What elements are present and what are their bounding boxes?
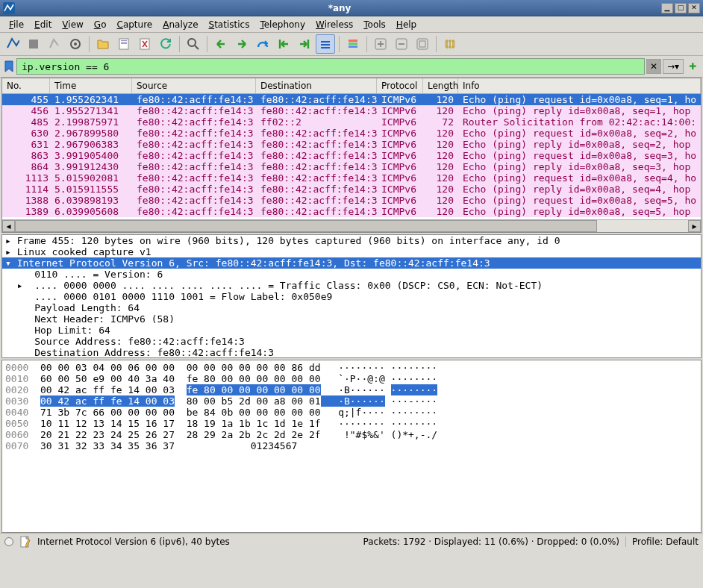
colorize-button[interactable] [343,34,363,54]
scroll-right-arrow[interactable]: ▸ [688,220,701,232]
packet-bytes[interactable]: 0000 00 00 03 04 00 06 00 00 00 00 00 00… [1,360,702,533]
capture-file-properties-icon[interactable] [19,536,31,548]
col-header-info[interactable]: Info [458,78,701,93]
capture-options-button[interactable] [66,34,85,54]
packet-list-header[interactable]: No. Time Source Destination Protocol Len… [2,78,701,94]
svg-rect-15 [349,46,357,48]
col-header-protocol[interactable]: Protocol [377,78,423,93]
packet-row[interactable]: 8643.991912430fe80::42:acff:fe14:3fe80::… [2,161,701,172]
menu-view[interactable]: View [57,18,87,31]
detail-row[interactable]: Hop Limit: 64 [2,325,701,336]
menu-edit[interactable]: Edit [30,18,56,31]
scroll-thumb[interactable] [15,220,597,232]
detail-row[interactable]: ▸ Linux cooked capture v1 [2,246,701,257]
detail-row[interactable]: 0110 .... = Version: 6 [2,269,701,280]
packet-row[interactable]: 11135.015902081fe80::42:acff:fe14:3fe80:… [2,172,701,184]
svg-rect-13 [349,40,357,42]
menu-tools[interactable]: Tools [359,18,390,31]
detail-row[interactable]: .... 0000 0101 0000 1110 1001 = Flow Lab… [2,291,701,302]
expert-info-icon[interactable] [4,537,13,546]
menu-file[interactable]: File [4,18,28,31]
svg-point-9 [188,39,196,46]
open-file-button[interactable] [93,34,113,54]
menu-capture[interactable]: Capture [112,18,157,31]
hex-row[interactable]: 0050 10 11 12 13 14 15 16 17 18 19 1a 1b… [5,418,698,429]
menubar: FileEditViewGoCaptureAnalyzeStatisticsTe… [0,16,703,33]
go-back-button[interactable] [211,34,231,54]
status-profile[interactable]: Profile: Default [625,537,699,547]
menu-help[interactable]: Help [392,18,421,31]
packet-list[interactable]: No. Time Source Destination Protocol Len… [1,78,702,233]
go-last-button[interactable] [295,34,314,54]
packet-row[interactable]: 4852.199875971fe80::42:acff:fe14:3ff02::… [2,116,701,128]
col-header-length[interactable]: Length [423,78,458,93]
maximize-button[interactable]: □ [675,3,687,13]
col-header-no[interactable]: No. [2,78,50,93]
go-forward-button[interactable] [232,34,251,54]
zoom-reset-button[interactable] [413,34,432,54]
hex-row[interactable]: 0030 00 42 ac ff fe 14 00 03 80 00 b5 2d… [5,395,698,407]
detail-row[interactable]: ▾ Internet Protocol Version 6, Src: fe80… [2,257,701,269]
save-button[interactable] [114,34,134,54]
packet-row[interactable]: 11145.015911555fe80::42:acff:fe14:3fe80:… [2,184,701,195]
packet-row[interactable]: 4551.955262341fe80::42:acff:fe14:3fe80::… [2,94,701,105]
minimize-button[interactable]: ▁ [661,3,673,13]
packet-list-hscroll[interactable]: ◂ ▸ [2,219,701,232]
svg-rect-14 [349,43,357,45]
hex-row[interactable]: 0040 71 3b 7c 66 00 00 00 00 be 84 0b 00… [5,407,698,418]
hex-row[interactable]: 0020 00 42 ac ff fe 14 00 03 fe 80 00 00… [5,384,698,395]
titlebar: *any ▁ □ ✕ [0,0,703,16]
resize-columns-button[interactable] [440,34,460,54]
packet-row[interactable]: 8633.991905400fe80::42:acff:fe14:3fe80::… [2,150,701,161]
status-packets: Packets: 1792 · Displayed: 11 (0.6%) · D… [363,537,619,547]
reload-button[interactable] [156,34,175,54]
start-capture-button[interactable] [3,34,22,54]
wireshark-icon [3,2,15,14]
packet-row[interactable]: 13886.039898193fe80::42:acff:fe14:3fe80:… [2,195,701,206]
svg-rect-10 [321,41,330,43]
filter-bookmark-icon[interactable] [3,60,15,72]
hex-row[interactable]: 0060 20 21 22 23 24 25 26 27 28 29 2a 2b… [5,429,698,440]
stop-capture-button[interactable] [24,34,43,54]
filter-apply-button[interactable]: →▾ [663,59,684,74]
svg-rect-12 [321,47,330,49]
statusbar: Internet Protocol Version 6 (ipv6), 40 b… [0,533,703,550]
col-header-source[interactable]: Source [132,78,256,93]
detail-row[interactable]: Next Header: ICMPv6 (58) [2,313,701,325]
packet-details[interactable]: ▸ Frame 455: 120 bytes on wire (960 bits… [1,234,702,358]
packet-row[interactable]: 6312.967906383fe80::42:acff:fe14:3fe80::… [2,139,701,150]
packet-row[interactable]: 6302.967899580fe80::42:acff:fe14:3fe80::… [2,128,701,139]
go-first-button[interactable] [274,34,293,54]
filter-add-button[interactable]: ✚ [685,59,700,74]
menu-telephony[interactable]: Telephony [255,18,310,31]
detail-row[interactable]: Destination Address: fe80::42:acff:fe14:… [2,347,701,358]
col-header-time[interactable]: Time [50,78,132,93]
detail-row[interactable]: Payload Length: 64 [2,302,701,313]
restart-capture-button[interactable] [45,34,64,54]
hex-row[interactable]: 0000 00 00 03 04 00 06 00 00 00 00 00 00… [5,362,698,373]
detail-row[interactable]: Source Address: fe80::42:acff:fe14:3 [2,336,701,347]
svg-rect-1 [29,40,38,49]
scroll-left-arrow[interactable]: ◂ [2,220,15,232]
display-filter-bar: ✕ →▾ ✚ [0,56,703,78]
col-header-destination[interactable]: Destination [256,78,377,93]
hex-row[interactable]: 0010 60 00 50 e9 00 40 3a 40 fe 80 00 00… [5,373,698,384]
menu-analyze[interactable]: Analyze [158,18,202,31]
close-button[interactable]: ✕ [688,3,700,13]
detail-row[interactable]: ▸ Frame 455: 120 bytes on wire (960 bits… [2,235,701,246]
close-file-button[interactable] [135,34,154,54]
detail-row[interactable]: ▸ .... 0000 0000 .... .... .... .... ...… [2,280,701,291]
menu-wireless[interactable]: Wireless [311,18,357,31]
packet-row[interactable]: 13896.039905608fe80::42:acff:fe14:3fe80:… [2,206,701,217]
display-filter-input[interactable] [16,58,645,75]
menu-statistics[interactable]: Statistics [204,18,254,31]
packet-row[interactable]: 4561.955271341fe80::42:acff:fe14:3fe80::… [2,105,701,116]
hex-row[interactable]: 0070 30 31 32 33 34 35 36 37 01234567 [5,440,698,451]
find-packet-button[interactable] [184,34,203,54]
filter-clear-button[interactable]: ✕ [646,59,661,74]
zoom-out-button[interactable] [392,34,411,54]
menu-go[interactable]: Go [90,18,111,31]
go-to-packet-button[interactable] [253,34,272,54]
zoom-in-button[interactable] [371,34,390,54]
auto-scroll-button[interactable] [316,34,335,54]
